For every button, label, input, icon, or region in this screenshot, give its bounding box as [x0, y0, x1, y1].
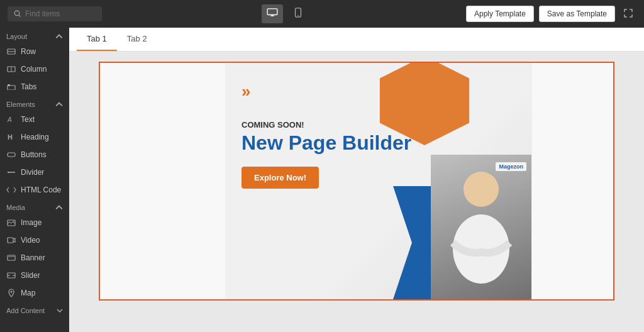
topbar-center [262, 4, 307, 24]
svg-point-0 [14, 11, 19, 16]
search-icon [14, 10, 21, 18]
canvas-tabs: Tab 1 Tab 2 [69, 28, 644, 52]
divider-icon [6, 167, 16, 177]
html-icon [6, 185, 16, 195]
banner-bg: Magezon » COMING SOON! New Page Builder … [226, 63, 531, 299]
sidebar-item-video[interactable]: Video [0, 231, 69, 249]
svg-rect-15 [8, 153, 15, 157]
topbar-left [8, 6, 102, 21]
expand-icon [624, 9, 633, 18]
chevron-down-icon [57, 309, 63, 313]
svg-point-28 [464, 172, 499, 207]
svg-text:H: H [8, 133, 13, 141]
row-icon [6, 47, 16, 57]
mobile-device-button[interactable] [289, 4, 307, 24]
sidebar-item-html[interactable]: HTML Code [0, 181, 69, 199]
pb-col-right [531, 63, 613, 299]
sidebar: Layout Row Column Tabs Elements [0, 28, 69, 332]
canvas-content: Magezon » COMING SOON! New Page Builder … [69, 52, 644, 332]
sidebar-item-video-label: Video [21, 236, 40, 245]
svg-line-1 [19, 15, 21, 17]
save-template-button[interactable]: Save as Template [539, 6, 615, 22]
layout-label: Layout [6, 33, 27, 40]
svg-rect-2 [267, 9, 277, 15]
sidebar-item-slider-label: Slider [21, 271, 40, 280]
sidebar-item-html-label: HTML Code [21, 185, 61, 194]
canvas-tab-1[interactable]: Tab 1 [77, 28, 117, 51]
sidebar-item-column-label: Column [21, 65, 47, 74]
elements-collapse-icon [55, 101, 63, 108]
sidebar-item-banner-label: Banner [21, 253, 45, 262]
pb-col-left [100, 63, 226, 299]
svg-point-19 [13, 221, 14, 222]
mobile-icon [294, 8, 302, 18]
text-icon: A [6, 114, 16, 124]
search-container[interactable] [8, 6, 102, 21]
sidebar-item-map[interactable]: Map [0, 284, 69, 302]
media-label: Media [6, 204, 25, 211]
image-icon [6, 218, 16, 228]
pb-col-center: Magezon » COMING SOON! New Page Builder … [226, 63, 531, 299]
tabs-icon [6, 82, 16, 92]
person-image: Magezon [431, 155, 531, 299]
add-content-label: Add Content [6, 307, 45, 314]
canvas-tab-2[interactable]: Tab 2 [117, 28, 157, 51]
sidebar-item-row[interactable]: Row [0, 43, 69, 60]
hex-orange-shape [368, 63, 481, 151]
topbar-right: Apply Template Save as Template [466, 6, 636, 22]
sidebar-item-heading[interactable]: H Heading [0, 128, 69, 146]
slider-icon [6, 270, 16, 280]
apply-template-button[interactable]: Apply Template [466, 6, 534, 22]
sidebar-item-slider[interactable]: Slider [0, 267, 69, 284]
magezon-logo-overlay: Magezon [496, 162, 526, 171]
svg-rect-12 [8, 84, 10, 86]
sidebar-item-image-label: Image [21, 218, 42, 227]
sidebar-item-row-label: Row [21, 47, 36, 56]
sidebar-item-map-label: Map [21, 289, 35, 297]
sidebar-item-text-label: Text [21, 115, 35, 124]
sidebar-item-text[interactable]: A Text [0, 111, 69, 128]
canvas-area: Tab 1 Tab 2 [69, 28, 644, 332]
sidebar-item-tabs-label: Tabs [21, 82, 36, 91]
video-icon [6, 235, 16, 245]
elements-section-header: Elements [0, 96, 69, 111]
layout-section-header: Layout [0, 28, 69, 43]
map-icon [6, 288, 16, 298]
column-icon [6, 64, 16, 74]
svg-rect-22 [8, 255, 15, 257]
page-builder-frame: Magezon » COMING SOON! New Page Builder … [99, 62, 614, 301]
topbar: Apply Template Save as Template [0, 0, 644, 28]
svg-rect-11 [8, 86, 15, 90]
desktop-device-button[interactable] [262, 4, 283, 23]
main-container: Layout Row Column Tabs Elements [0, 28, 644, 332]
sidebar-item-heading-label: Heading [21, 133, 49, 141]
desktop-icon [267, 8, 278, 17]
svg-point-6 [297, 15, 299, 16]
svg-point-24 [11, 291, 13, 293]
svg-marker-25 [380, 63, 469, 145]
media-section-header: Media [0, 199, 69, 214]
sidebar-item-tabs[interactable]: Tabs [0, 78, 69, 96]
sidebar-item-divider[interactable]: Divider [0, 163, 69, 181]
sidebar-item-banner[interactable]: Banner [0, 249, 69, 267]
banner-icon [6, 253, 16, 263]
sidebar-item-image[interactable]: Image [0, 214, 69, 231]
svg-text:A: A [7, 116, 12, 123]
expand-button[interactable] [620, 6, 636, 22]
sidebar-item-column[interactable]: Column [0, 60, 69, 78]
explore-button[interactable]: Explore Now! [242, 167, 319, 189]
search-input[interactable] [25, 9, 94, 18]
collapse-icon [55, 33, 63, 40]
sidebar-item-divider-label: Divider [21, 168, 44, 177]
svg-rect-20 [8, 238, 13, 243]
buttons-icon [6, 150, 16, 160]
add-content-button[interactable]: Add Content [0, 302, 69, 319]
sidebar-item-buttons[interactable]: Buttons [0, 146, 69, 163]
person-silhouette [431, 155, 531, 299]
heading-icon: H [6, 132, 16, 142]
sidebar-item-buttons-label: Buttons [21, 150, 47, 159]
media-collapse-icon [55, 204, 63, 211]
elements-label: Elements [6, 101, 35, 108]
